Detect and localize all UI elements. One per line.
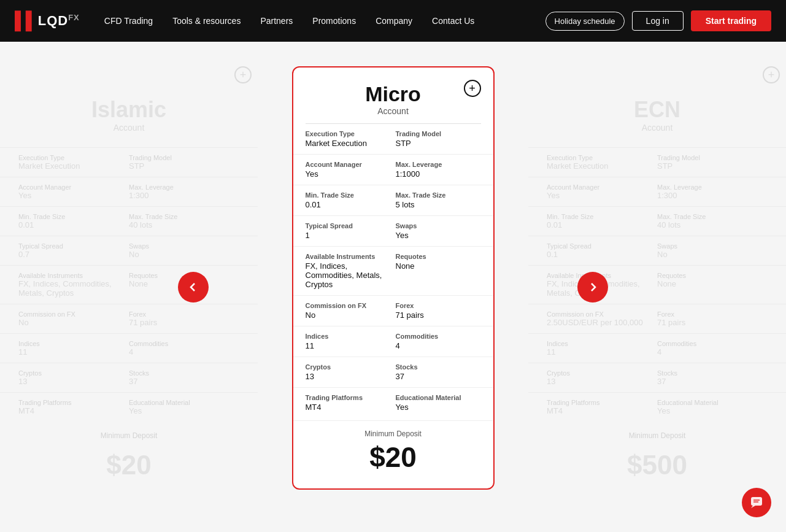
islamic-min-deposit-amount: $20 [0,450,258,480]
islamic-row: Commission on FX No Forex 71 pairs [0,304,258,333]
logo[interactable]: ▌▌ LQDFX [15,11,80,31]
start-trading-button[interactable]: Start trading [691,10,771,31]
ecn-row-cell: Max. Leverage 1:300 [657,183,768,200]
micro-row-cell-left: Execution Type Market Execution [306,130,391,148]
islamic-account-card: + Islamic Account Execution Type Market … [0,60,258,480]
micro-row-cell-left: Trading Platforms MT4 [306,394,391,412]
ecn-account-card: + ECN Account Execution Type Market Exec… [528,60,786,480]
nav-promotions[interactable]: Promotions [312,16,356,26]
micro-row: Typical Spread 1 Swaps Yes [293,216,493,247]
micro-row-cell-left: Commission on FX No [306,302,391,320]
micro-row-cell-right: Stocks 37 [396,363,481,381]
next-arrow-button[interactable] [577,272,608,303]
ecn-row-cell: Trading Model STP [657,154,768,171]
nav-tools-resources[interactable]: Tools & resources [172,16,241,26]
ecn-min-deposit-label: Minimum Deposit [528,422,786,450]
islamic-row-cell: Cryptos 13 [18,369,129,386]
islamic-row-cell: Indices 11 [18,340,129,357]
holiday-schedule-button[interactable]: Holiday schedule [545,12,625,31]
islamic-row-cell: Swaps No [129,242,239,259]
ecn-row: Indices 11 Commodities 4 [528,333,786,363]
ecn-row: Account Manager Yes Max. Leverage 1:300 [528,177,786,206]
micro-min-deposit-amount: $20 [293,441,493,474]
islamic-row-cell: Available Instruments FX, Indices, Commo… [18,272,129,298]
islamic-row-cell: Trading Model STP [129,154,239,171]
islamic-min-deposit-label: Minimum Deposit [0,422,258,450]
islamic-row-cell: Typical Spread 0.7 [18,242,129,259]
svg-marker-1 [751,506,755,508]
islamic-row: Execution Type Market Execution Trading … [0,147,258,177]
ecn-row-cell: Commodities 4 [657,340,768,357]
logo-icon: ▌▌ [15,11,37,31]
ecn-row-cell: Commission on FX 2.50USD/EUR per 100,000 [547,310,657,327]
micro-row: Min. Trade Size 0.01 Max. Trade Size 5 l… [293,185,493,216]
ecn-row-cell: Typical Spread 0.1 [547,242,657,259]
ecn-row-cell: Forex 71 pairs [657,310,768,327]
login-button[interactable]: Log in [632,11,684,31]
islamic-add-button[interactable]: + [234,66,252,83]
micro-row-cell-left: Indices 11 [306,333,391,350]
islamic-row: Typical Spread 0.7 Swaps No [0,236,258,265]
logo-text: LQDFX [38,13,80,29]
micro-row-cell-left: Cryptos 13 [306,363,391,381]
ecn-row: Trading Platforms MT4 Educational Materi… [528,392,786,422]
micro-row-cell-right: Swaps Yes [396,222,481,240]
ecn-add-button[interactable]: + [763,66,780,83]
islamic-row-cell: Execution Type Market Execution [18,154,129,171]
nav-company[interactable]: Company [376,16,412,26]
islamic-row: Min. Trade Size 0.01 Max. Trade Size 40 … [0,206,258,236]
ecn-row: Execution Type Market Execution Trading … [528,147,786,177]
ecn-row-cell: Indices 11 [547,340,657,357]
ecn-row-cell: Min. Trade Size 0.01 [547,213,657,229]
prev-arrow-button[interactable] [178,272,209,303]
islamic-row: Account Manager Yes Max. Leverage 1:300 [0,177,258,206]
micro-row: Trading Platforms MT4 Educational Materi… [293,388,493,418]
logo-fx: FX [68,13,80,22]
micro-row-cell-left: Account Manager Yes [306,161,391,179]
islamic-rows: Execution Type Market Execution Trading … [0,147,258,422]
micro-row-cell-left: Available Instruments FX, Indices, Commo… [306,253,391,289]
micro-row: Available Instruments FX, Indices, Commo… [293,247,493,296]
nav-partners[interactable]: Partners [260,16,293,26]
ecn-title: ECN [528,97,786,123]
micro-rows: Execution Type Market Execution Trading … [293,124,493,418]
islamic-row-cell: Min. Trade Size 0.01 [18,213,129,229]
nav-contact-us[interactable]: Contact Us [432,16,474,26]
ecn-row-cell: Execution Type Market Execution [547,154,657,171]
nav-links: CFD Trading Tools & resources Partners P… [104,16,545,26]
micro-row-cell-right: Requotes None [396,253,481,289]
ecn-row: Typical Spread 0.1 Swaps No [528,236,786,265]
micro-min-deposit-label: Minimum Deposit [293,420,493,441]
islamic-row-cell: Max. Leverage 1:300 [129,183,239,200]
ecn-subtitle: Account [528,123,786,133]
islamic-subtitle: Account [0,123,258,133]
islamic-row-cell: Commodities 4 [129,340,239,357]
micro-card-header: Micro Account + [293,67,493,123]
islamic-title: Islamic [0,97,258,123]
micro-account-card: Micro Account + Execution Type Market Ex… [292,66,495,490]
islamic-row-cell: Educational Material Yes [129,399,239,415]
chat-button[interactable] [742,488,771,517]
ecn-rows: Execution Type Market Execution Trading … [528,147,786,422]
micro-row: Account Manager Yes Max. Leverage 1:1000 [293,155,493,185]
navbar: ▌▌ LQDFX CFD Trading Tools & resources P… [0,0,786,42]
ecn-row: Available Instruments FX, Indices, Commo… [528,265,786,304]
nav-actions: Holiday schedule Log in Start trading [545,10,771,31]
micro-row-cell-left: Min. Trade Size 0.01 [306,191,391,209]
micro-row-cell-right: Max. Leverage 1:1000 [396,161,481,179]
micro-title: Micro [293,82,493,106]
svg-rect-0 [751,497,762,506]
ecn-row: Commission on FX 2.50USD/EUR per 100,000… [528,304,786,333]
islamic-row-cell: Max. Trade Size 40 lots [129,213,239,229]
islamic-row-cell: Commission on FX No [18,310,129,327]
micro-row-cell-right: Trading Model STP [396,130,481,148]
ecn-row-cell: Swaps No [657,242,768,259]
nav-cfd-trading[interactable]: CFD Trading [104,16,153,26]
micro-subtitle: Account [293,106,493,116]
main-content: + Islamic Account Execution Type Market … [0,42,786,532]
ecn-min-deposit-amount: $500 [528,450,786,480]
islamic-row: Trading Platforms MT4 Educational Materi… [0,392,258,422]
ecn-row-cell: Requotes None [657,272,768,298]
islamic-row: Indices 11 Commodities 4 [0,333,258,363]
micro-plus-button[interactable]: + [464,80,481,97]
